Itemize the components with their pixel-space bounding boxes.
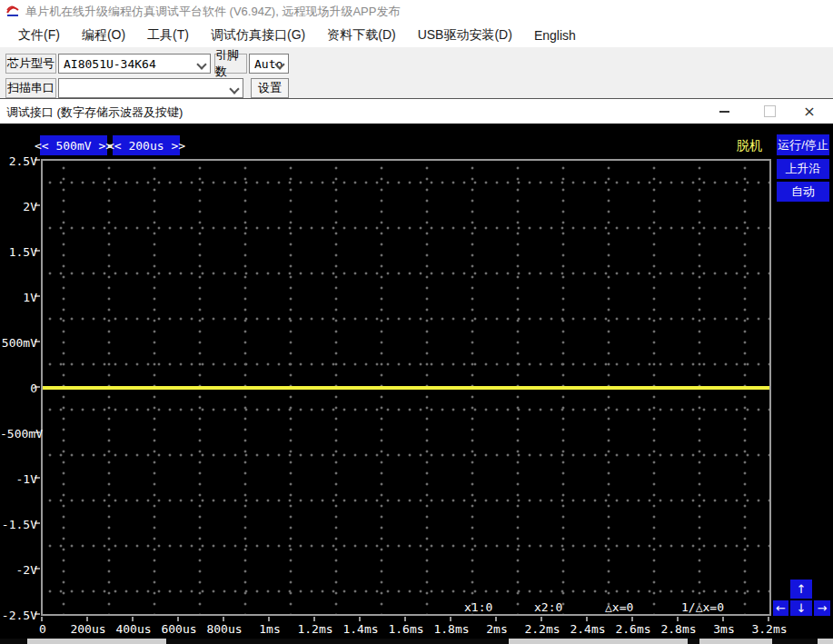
menu-usb-driver[interactable]: USB驱动安装(D) [407, 25, 523, 46]
pan-right-button[interactable]: → [814, 600, 830, 616]
cursor-inv-dx-readout: 1/△x=0 [681, 600, 724, 614]
window-fragment [27, 639, 166, 644]
chip-model-value: AI8051U-34K64 [64, 57, 156, 71]
app-logo-icon [5, 3, 20, 21]
menu-tools[interactable]: 工具(T) [136, 25, 200, 46]
menubar: 文件(F) 编程(O) 工具(T) 调试仿真接口(G) 资料下载(D) USB驱… [0, 24, 833, 47]
scope-window: 调试接口 (数字存储示波器及按键) × << 500mV >> << 200us… [0, 98, 833, 639]
x-tick-label: 2.6ms [615, 622, 650, 636]
x-axis-ticks [41, 617, 773, 621]
time-scale-button[interactable]: << 200us >> [113, 135, 180, 155]
x-tick-label: 600us [161, 622, 196, 636]
maximize-icon [764, 105, 776, 117]
window-fragment [699, 639, 772, 644]
scope-window-titlebar: 调试接口 (数字存储示波器及按键) × [0, 99, 833, 124]
y-tick-label: 1V [0, 291, 37, 304]
x-tick-label: 1.8ms [433, 622, 469, 636]
y-tick-label: -2.5V [0, 609, 37, 622]
minimize-icon [719, 111, 729, 113]
close-icon: × [803, 103, 815, 120]
y-tick-label: -1V [0, 472, 37, 486]
menu-file[interactable]: 文件(F) [7, 25, 71, 46]
volt-scale-button[interactable]: << 500mV >> [40, 135, 107, 155]
rising-edge-button[interactable]: 上升沿 [777, 159, 829, 179]
x-tick-label: 2ms [486, 622, 507, 636]
pan-left-button[interactable]: ← [773, 600, 788, 616]
app-titlebar: 单片机在线升级编程仿真调试平台软件 (V6.94Z), 远程现场升级APP发布 [0, 0, 833, 24]
toolbar: 芯片型号 AI8051U-34K64 引脚数 Auto 扫描串口 设置 定时器计… [0, 47, 833, 100]
close-button[interactable]: × [794, 100, 825, 123]
scope-window-title: 调试接口 (数字存储示波器及按键) [6, 104, 183, 121]
y-tick-label: 500mV [0, 336, 37, 350]
pin-count-select[interactable]: Auto [249, 54, 289, 74]
scan-port-select[interactable] [58, 78, 243, 98]
x-tick-label: 800us [206, 622, 242, 636]
pan-up-button[interactable]: ↑ [790, 580, 812, 599]
y-tick-label: 1.5V [0, 245, 37, 259]
x-tick-label: 2.8ms [660, 622, 696, 636]
scan-port-label: 扫描串口 [5, 78, 56, 98]
settings-button[interactable]: 设置 [251, 78, 289, 98]
x-tick-label: 2.4ms [570, 622, 605, 636]
x-tick-label: 3ms [713, 622, 734, 636]
chip-model-label: 芯片型号 [5, 54, 56, 74]
x-tick-label: 1ms [259, 622, 280, 636]
scope-trace [43, 386, 769, 390]
window-fragment [818, 639, 833, 644]
chevron-down-icon [196, 59, 206, 69]
menu-debug-interface[interactable]: 调试仿真接口(G) [200, 25, 316, 46]
menu-program[interactable]: 编程(O) [71, 25, 136, 46]
pin-count-label: 引脚数 [214, 54, 247, 74]
menu-downloads[interactable]: 资料下载(D) [316, 25, 406, 46]
y-tick-label: 2V [0, 200, 37, 213]
x-tick-label: 2.2ms [524, 622, 560, 636]
offline-status-label: 脱机 [737, 138, 762, 154]
y-tick-label: 0 [0, 381, 37, 395]
y-tick-label: 2.5V [0, 154, 37, 168]
background-window-fragments [0, 639, 833, 644]
y-tick-label: -2V [0, 563, 37, 577]
minimize-button[interactable] [709, 100, 739, 123]
window-fragment [509, 639, 688, 644]
x-tick-label: 200us [70, 622, 105, 636]
auto-button[interactable]: 自动 [777, 182, 829, 202]
x-tick-label: 0 [39, 622, 46, 636]
x-tick-label: 400us [115, 622, 151, 636]
menu-english[interactable]: English [523, 25, 587, 45]
x-tick-label: 1.6ms [388, 622, 423, 636]
x-tick-label: 3.2ms [751, 622, 787, 636]
chevron-down-icon [229, 84, 239, 94]
app-window: 单片机在线升级编程仿真调试平台软件 (V6.94Z), 远程现场升级APP发布 … [0, 0, 833, 644]
app-title: 单片机在线升级编程仿真调试平台软件 (V6.94Z), 远程现场升级APP发布 [25, 4, 400, 20]
y-tick-label: -500mV [0, 427, 37, 441]
pan-down-button[interactable]: ↓ [790, 600, 812, 616]
cursor-dx-readout: △x=0 [605, 600, 633, 614]
x-tick-label: 1.4ms [342, 622, 378, 636]
cursor-x2-readout: x2:0 [534, 600, 562, 614]
y-tick-label: -1.5V [0, 518, 37, 531]
x-tick-label: 1.2ms [297, 622, 332, 636]
cursor-x1-readout: x1:0 [464, 600, 492, 614]
maximize-button[interactable] [754, 100, 785, 123]
run-stop-button[interactable]: 运行/停止 [777, 134, 829, 155]
chip-model-select[interactable]: AI8051U-34K64 [58, 54, 211, 74]
